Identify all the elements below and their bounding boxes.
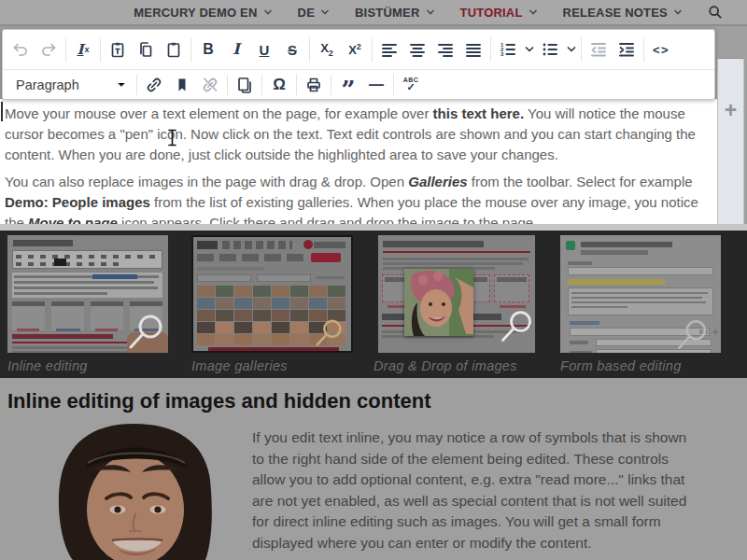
print-button[interactable]: [300, 72, 328, 97]
face-thumbnail-cell: [309, 286, 327, 297]
numbered-list-button[interactable]: 123: [494, 35, 522, 64]
nav-item-release-notes[interactable]: RELEASE NOTES: [563, 6, 683, 20]
spellcheck-icon: ABC✓: [403, 77, 419, 92]
indent-button[interactable]: [613, 35, 641, 64]
subscript-button[interactable]: X2: [313, 35, 341, 64]
align-left-button[interactable]: [375, 35, 403, 64]
thumbnail-form-editing[interactable]: +: [560, 235, 721, 353]
face-thumbnail-cell: [272, 310, 289, 321]
toolbar-divider: [581, 37, 582, 62]
face-thumbnail-cell: [328, 298, 345, 309]
sup-icon: X2: [348, 43, 361, 56]
numbered-list-options-button[interactable]: [522, 35, 536, 64]
code-icon: <>: [653, 44, 669, 56]
align-left-icon: [380, 40, 399, 59]
quote-icon: ”: [342, 77, 356, 92]
toolbar-row-2: ParagraphΩ”—ABC✓: [3, 70, 714, 99]
insert-link-button[interactable]: [140, 72, 168, 97]
numlist-icon: 123: [499, 40, 517, 59]
unlink-icon: [201, 76, 219, 94]
underline-button[interactable]: U: [250, 35, 278, 64]
toolbar-divider: [261, 75, 262, 95]
thumbnail-image-galleries[interactable]: [191, 235, 353, 353]
nav-item-label: DE: [298, 6, 315, 20]
hr-icon: —: [369, 77, 384, 92]
toolbar-divider: [331, 75, 331, 95]
mouse-ibeam-cursor: [167, 129, 177, 150]
copy-page-button[interactable]: [231, 72, 259, 97]
caption-inline-editing: Inline editing: [7, 358, 88, 373]
redo-button[interactable]: [35, 35, 63, 64]
thumbnail-drag-drop[interactable]: [378, 235, 535, 353]
sub-icon: X2: [320, 42, 333, 58]
face-thumbnail-cell: [197, 298, 215, 309]
format-select[interactable]: Paragraph: [7, 73, 134, 97]
section-text: If you edit text inline, you may notice …: [252, 427, 697, 560]
face-thumbnail-cell: [253, 298, 271, 309]
portrait-image: [26, 422, 241, 560]
thumbnail-inline-editing[interactable]: [7, 235, 168, 353]
toolbar-row-1: IxBIUSX2X2123<>: [3, 30, 714, 70]
face-thumbnail-cell: [234, 310, 252, 321]
face-thumbnail-cell: [253, 286, 271, 297]
remove-format-button[interactable]: Ix: [69, 35, 97, 64]
chevron-icon: [525, 47, 534, 52]
face-thumbnail-cell: [197, 286, 215, 297]
face-thumbnail-cell: [290, 334, 308, 345]
preview-magnifier-icon: [498, 308, 535, 349]
special-character-button[interactable]: Ω: [265, 72, 293, 97]
paste-as-text-button[interactable]: [104, 35, 132, 64]
superscript-button[interactable]: X2: [341, 35, 369, 64]
face-thumbnail-cell: [234, 298, 252, 309]
source-code-button[interactable]: <>: [647, 35, 675, 64]
toolbar-divider: [100, 37, 101, 62]
horizontal-rule-button[interactable]: —: [362, 72, 390, 97]
editor-toolbar: IxBIUSX2X2123<> ParagraphΩ”—ABC✓: [2, 29, 715, 100]
editor-paragraph-1[interactable]: Move your mouse over a text element on t…: [5, 104, 708, 165]
chevron-icon: [567, 47, 576, 52]
chevron-down-icon: [426, 9, 435, 15]
toolbar-divider: [643, 37, 644, 62]
nav-item-bist-mer[interactable]: BISTÜMER: [355, 6, 435, 20]
bullet-list-options-button[interactable]: [564, 35, 578, 64]
paste-text-icon: [108, 40, 127, 59]
nav-item-tutorial[interactable]: TUTORIAL: [460, 6, 538, 20]
face-thumbnail-cell: [253, 322, 271, 333]
paste-button[interactable]: [160, 35, 188, 64]
remove-format-icon: Ix: [77, 43, 89, 57]
italic-button[interactable]: I: [222, 35, 250, 64]
nav-item-mercury-demo-en[interactable]: MERCURY DEMO EN: [134, 6, 272, 20]
nav-item-label: MERCURY DEMO EN: [134, 6, 257, 20]
inline-editor-content[interactable]: Move your mouse over a text element on t…: [0, 99, 723, 224]
link-icon: [145, 76, 163, 94]
preview-magnifier-icon: [674, 317, 710, 353]
align-justify-button[interactable]: [459, 35, 487, 64]
caption-image-galleries: Image galleries: [191, 358, 288, 373]
bullet-list-button[interactable]: [536, 35, 564, 64]
chevron-down-icon: [529, 9, 538, 15]
toolbar-divider: [227, 75, 228, 95]
unlink-button[interactable]: [196, 72, 224, 97]
face-thumbnail-cell: [197, 322, 215, 333]
add-content-button[interactable]: +: [718, 100, 743, 121]
preview-magnifier-icon: [313, 317, 345, 353]
chevron-down-icon: [673, 9, 683, 15]
bold-button[interactable]: B: [194, 35, 222, 64]
section-paragraph-1: If you edit text inline, you may notice …: [252, 427, 697, 553]
strikethrough-button[interactable]: S: [278, 35, 306, 64]
face-thumbnail-cell: [197, 310, 215, 321]
outdent-button[interactable]: [585, 35, 613, 64]
nav-item-de[interactable]: DE: [298, 6, 330, 20]
face-thumbnail-cell: [216, 334, 233, 345]
redo-icon: [39, 40, 58, 59]
copy-button[interactable]: [132, 35, 160, 64]
spellcheck-button[interactable]: ABC✓: [397, 72, 425, 97]
blockquote-button[interactable]: ”: [334, 72, 362, 97]
align-right-button[interactable]: [431, 35, 459, 64]
italic-icon: I: [233, 42, 239, 57]
align-center-button[interactable]: [403, 35, 431, 64]
face-thumbnail-cell: [234, 334, 252, 345]
search-icon[interactable]: [708, 5, 723, 20]
anchor-button[interactable]: [168, 72, 196, 97]
undo-button[interactable]: [7, 35, 35, 64]
